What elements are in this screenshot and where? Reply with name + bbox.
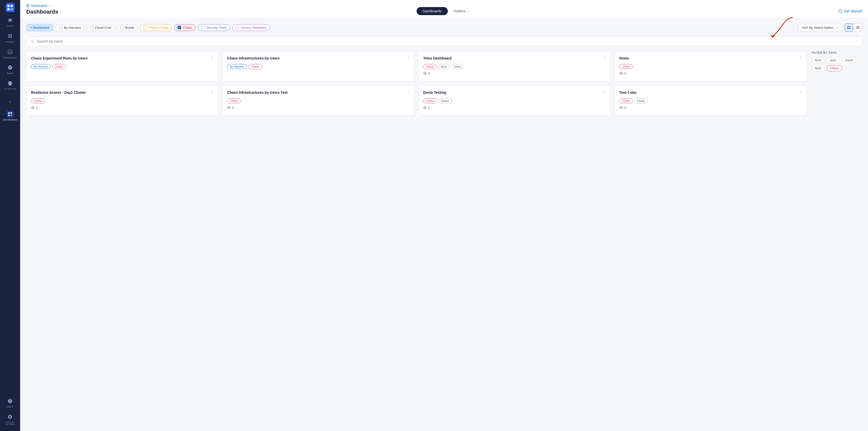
cards-area: ⋮ Chaos Experiment Runs by Users By Harn… — [26, 51, 862, 116]
sidebar-label-projects: Projects — [6, 40, 14, 44]
tag-filter-telus[interactable]: telus — [812, 57, 825, 63]
sidebar-item-account-settings[interactable]: ACCOUNT SETTINGS — [0, 411, 20, 428]
tag-chaos-lower[interactable]: chaos — [451, 64, 464, 69]
card-title-6: Chaos Infrastructures by Users Test — [227, 90, 410, 95]
tag-chaos-6[interactable]: Chaos — [227, 98, 241, 103]
card-title-2: Chaos Infrastructures by Users — [227, 56, 410, 61]
card-menu-8[interactable]: ⋮ — [798, 89, 803, 95]
card-menu-4[interactable]: ⋮ — [798, 55, 803, 60]
tag-chaos-4[interactable]: Chaos — [619, 64, 633, 69]
svg-rect-11 — [27, 6, 28, 7]
checkbox-cloud-cost[interactable] — [90, 26, 93, 29]
card-menu-6[interactable]: ⋮ — [406, 89, 410, 95]
sidebar-bottom: HELP ACCOUNT SETTINGS — [0, 395, 20, 428]
tag-chaos-8[interactable]: Chaos — [619, 98, 633, 103]
svg-rect-15 — [849, 26, 850, 27]
tags-sidebar-title: FILTER BY TAGS — [812, 51, 862, 54]
breadcrumb-separator: › — [49, 4, 50, 7]
sidebar-item-security-tests[interactable]: Security Tests — [0, 77, 20, 93]
tag-chaos-3[interactable]: Chaos — [423, 64, 437, 69]
card-views-5: 0 — [31, 106, 214, 110]
tag-filter-test1[interactable]: test1 — [827, 57, 840, 63]
sidebar-item-home[interactable]: Home — [0, 14, 20, 30]
sidebar-item-projects[interactable]: Projects — [0, 30, 20, 46]
svg-point-20 — [32, 107, 33, 108]
tab-folders[interactable]: Folders — [447, 7, 471, 15]
sidebar-label-account: ACCOUNT SETTINGS — [0, 422, 20, 426]
sort-select[interactable]: Sort By Select Option — [799, 24, 843, 31]
search-input[interactable] — [37, 39, 858, 44]
filter-chip-service-reliability[interactable]: Service Reliability — [232, 24, 270, 31]
card-title-4: Demo — [619, 56, 802, 61]
checkbox-builds[interactable] — [120, 26, 124, 29]
filter-bar: + Dashboard By Harness Cloud Cost Builds… — [26, 24, 862, 31]
chevron-down-icon — [6, 98, 13, 106]
tag-chaos-5[interactable]: Chaos — [31, 98, 44, 103]
chip-label-cloud-cost: Cloud Cost — [95, 26, 111, 29]
chip-label-security-tests: Security Tests — [206, 26, 227, 29]
dashboard-card-7: ⋮ Demo Testing Chaos Chaos 0 — [418, 85, 611, 116]
card-menu-5[interactable]: ⋮ — [210, 89, 215, 95]
svg-rect-10 — [28, 4, 29, 5]
eye-icon-6 — [227, 106, 231, 109]
list-view-button[interactable] — [854, 24, 862, 31]
sort-label: Sort By Select Option — [802, 26, 834, 29]
filter-chip-chaos[interactable]: Chaos — [174, 24, 195, 31]
checkbox-feature-flags[interactable] — [143, 26, 147, 29]
filter-chip-feature-flags[interactable]: Feature Flags — [140, 24, 172, 31]
checkbox-by-harness[interactable] — [59, 26, 62, 29]
builds-icon — [6, 64, 13, 71]
card-views-7: 0 — [423, 106, 606, 110]
deployments-icon — [6, 48, 13, 55]
sidebar-item-dashboards[interactable]: DASHBOARDS — [0, 108, 20, 124]
add-dashboard-button[interactable]: + Dashboard — [26, 24, 53, 31]
card-tags-4: Chaos — [619, 64, 802, 69]
tag-by-harness-2[interactable]: By Harness — [227, 64, 247, 69]
tag-chaos-7[interactable]: Chaos — [423, 98, 437, 103]
tag-filter-chaos-lower[interactable]: chaos — [842, 57, 856, 63]
sidebar-item-help[interactable]: HELP — [0, 395, 20, 411]
eye-icon-7 — [423, 106, 427, 109]
checkbox-security-tests[interactable] — [201, 26, 205, 29]
sidebar-label-builds: Builds — [7, 72, 13, 75]
tag-chaos-2[interactable]: Chaos — [248, 64, 262, 69]
filter-chip-security-tests[interactable]: Security Tests — [198, 24, 230, 31]
checkbox-chaos[interactable] — [178, 26, 181, 29]
dashboard-card-2: ⋮ Chaos Infrastructures by Users By Harn… — [222, 51, 414, 81]
tag-chaos[interactable]: Chaos — [52, 64, 66, 69]
grid-view-button[interactable] — [845, 24, 853, 31]
card-menu-3[interactable]: ⋮ — [602, 55, 607, 60]
sidebar-item-builds[interactable]: Builds — [0, 61, 20, 77]
breadcrumb-parent[interactable]: Dashboards — [31, 4, 48, 7]
get-started-link[interactable]: Get Started — [838, 9, 862, 13]
account-settings-icon — [6, 413, 13, 421]
svg-point-18 — [425, 73, 426, 74]
dashboard-card-8: ⋮ Test-1-dec Chaos Chaos 0 — [615, 85, 807, 116]
filter-chip-cloud-cost[interactable]: Cloud Cost — [87, 24, 114, 31]
filter-chip-by-harness[interactable]: By Harness — [56, 24, 84, 31]
svg-rect-1 — [10, 5, 13, 7]
svg-rect-2 — [7, 8, 9, 10]
card-menu-7[interactable]: ⋮ — [602, 89, 607, 95]
sidebar-logo — [5, 3, 14, 12]
card-menu-2[interactable]: ⋮ — [406, 55, 410, 60]
tag-chaos-outline-7[interactable]: Chaos — [438, 98, 452, 103]
tag-chaos-outline-8[interactable]: Chaos — [634, 98, 648, 103]
card-menu-1[interactable]: ⋮ — [210, 55, 215, 60]
svg-rect-6 — [10, 112, 12, 114]
projects-icon — [6, 32, 13, 39]
view-toggle — [845, 24, 862, 31]
tag-by-harness[interactable]: By Harness — [31, 64, 51, 69]
sidebar: Home Projects Deployments Builds — [0, 0, 20, 431]
tag-filter-chaos[interactable]: Chaos — [827, 65, 842, 71]
breadcrumb: Dashboards › — [26, 4, 58, 7]
svg-rect-14 — [847, 26, 848, 27]
sidebar-item-deployments[interactable]: Deployments — [0, 46, 20, 62]
sidebar-item-chevron[interactable] — [0, 96, 20, 108]
card-title-1: Chaos Experiment Runs by Users — [31, 56, 214, 61]
tab-dashboards[interactable]: Dashboards — [416, 7, 448, 15]
checkbox-service-reliability[interactable] — [236, 26, 239, 29]
tag-telus[interactable]: telus — [438, 64, 450, 69]
filter-chip-builds[interactable]: Builds — [117, 24, 137, 31]
tag-filter-test2[interactable]: test2 — [812, 65, 825, 71]
